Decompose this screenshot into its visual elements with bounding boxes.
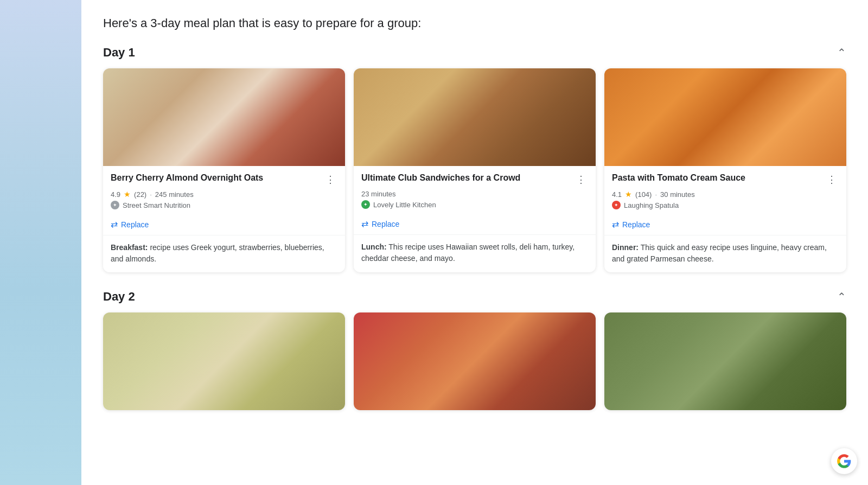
- day1-title: Day 1: [103, 46, 135, 60]
- google-g-icon: [831, 448, 857, 474]
- recipe-card-club-sandwich: Ultimate Club Sandwiches for a Crowd ⋮ 2…: [354, 68, 596, 272]
- time-club-sandwich: 23 minutes: [361, 190, 396, 198]
- recipe-name-club-sandwich: Ultimate Club Sandwiches for a Crowd: [361, 173, 574, 184]
- recipe-image-day2-2: [354, 312, 596, 410]
- source-row-club-sandwich: ✦ Lovely Little Kitchen: [361, 200, 588, 209]
- recipe-info-berry-oats: Berry Cherry Almond Overnight Oats ⋮ 4.9…: [103, 166, 345, 214]
- meal-description-berry-oats: Breakfast: recipe uses Greek yogurt, str…: [103, 235, 345, 272]
- rating-star-berry-oats: ★: [124, 190, 131, 199]
- recipe-image-day2-1: [103, 312, 345, 410]
- recipe-name-row-berry-oats: Berry Cherry Almond Overnight Oats ⋮: [111, 173, 337, 187]
- replace-btn-club-sandwich[interactable]: ⇄ Replace: [361, 219, 588, 229]
- source-name-berry-oats: Street Smart Nutrition: [123, 201, 190, 209]
- source-icon-pasta: ✦: [612, 201, 621, 209]
- description-text-club-sandwich: This recipe uses Hawaiian sweet rolls, d…: [361, 242, 575, 263]
- replace-icon-pasta: ⇄: [612, 219, 619, 229]
- replace-btn-pasta[interactable]: ⇄ Replace: [612, 219, 839, 229]
- source-icon-berry-oats: ✦: [111, 201, 119, 209]
- time-pasta: 30 minutes: [660, 190, 695, 199]
- source-row-pasta: ✦ Laughing Spatula: [612, 201, 839, 209]
- recipe-image-day2-3: [604, 312, 846, 410]
- google-logo: [831, 448, 857, 474]
- recipe-meta-pasta: 4.1 ★ (104) · 30 minutes: [612, 190, 839, 199]
- rating-value-berry-oats: 4.9: [111, 190, 120, 199]
- intro-text: Here's a 3-day meal plan that is easy to…: [103, 16, 846, 30]
- review-count-berry-oats: (22): [134, 190, 146, 199]
- source-name-pasta: Laughing Spatula: [624, 201, 679, 209]
- replace-label-pasta: Replace: [622, 220, 650, 229]
- day1-collapse-icon[interactable]: ⌃: [837, 46, 846, 59]
- time-berry-oats: 245 minutes: [155, 190, 194, 199]
- recipe-card-berry-oats: Berry Cherry Almond Overnight Oats ⋮ 4.9…: [103, 68, 345, 272]
- sidebar: [0, 0, 81, 485]
- rating-value-pasta: 4.1: [612, 190, 622, 199]
- meal-type-pasta: Dinner:: [612, 243, 639, 252]
- recipe-card-day2-1: [103, 312, 345, 410]
- recipe-name-berry-oats: Berry Cherry Almond Overnight Oats: [111, 173, 323, 184]
- recipe-info-club-sandwich: Ultimate Club Sandwiches for a Crowd ⋮ 2…: [354, 166, 596, 213]
- replace-label-club-sandwich: Replace: [372, 220, 399, 228]
- more-menu-club-sandwich[interactable]: ⋮: [574, 173, 588, 187]
- meal-type-club-sandwich: Lunch:: [361, 242, 387, 251]
- meal-type-berry-oats: Breakfast:: [111, 243, 148, 252]
- source-row-berry-oats: ✦ Street Smart Nutrition: [111, 201, 337, 209]
- review-count-pasta: (104): [635, 190, 652, 199]
- recipe-image-club-sandwich: [354, 68, 596, 166]
- replace-label-berry-oats: Replace: [121, 220, 149, 229]
- recipe-name-pasta: Pasta with Tomato Cream Sauce: [612, 173, 825, 184]
- description-text-pasta: This quick and easy recipe uses linguine…: [612, 243, 827, 263]
- recipe-meta-berry-oats: 4.9 ★ (22) · 245 minutes: [111, 190, 337, 199]
- day2-header: Day 2 ⌃: [103, 290, 846, 304]
- meal-description-club-sandwich: Lunch: This recipe uses Hawaiian sweet r…: [354, 234, 596, 272]
- day2-collapse-icon[interactable]: ⌃: [837, 290, 846, 303]
- day2-title: Day 2: [103, 290, 135, 304]
- more-menu-pasta[interactable]: ⋮: [825, 173, 839, 187]
- replace-icon-club-sandwich: ⇄: [361, 219, 368, 229]
- recipe-name-row-club-sandwich: Ultimate Club Sandwiches for a Crowd ⋮: [361, 173, 588, 187]
- recipe-card-day2-3: [604, 312, 846, 410]
- source-name-club-sandwich: Lovely Little Kitchen: [373, 201, 436, 209]
- rating-star-pasta: ★: [625, 190, 632, 199]
- separator-berry-oats: ·: [150, 190, 152, 199]
- recipe-info-pasta: Pasta with Tomato Cream Sauce ⋮ 4.1 ★ (1…: [604, 166, 846, 214]
- day1-recipes-grid: Berry Cherry Almond Overnight Oats ⋮ 4.9…: [103, 68, 846, 272]
- recipe-meta-club-sandwich: 23 minutes: [361, 190, 588, 198]
- day1-header: Day 1 ⌃: [103, 46, 846, 60]
- recipe-card-pasta: Pasta with Tomato Cream Sauce ⋮ 4.1 ★ (1…: [604, 68, 846, 272]
- source-icon-club-sandwich: ✦: [361, 200, 370, 209]
- more-menu-berry-oats[interactable]: ⋮: [323, 173, 337, 187]
- day2-recipes-grid: [103, 312, 846, 410]
- recipe-image-pasta: [604, 68, 846, 166]
- replace-icon-berry-oats: ⇄: [111, 219, 118, 229]
- recipe-card-day2-2: [354, 312, 596, 410]
- replace-btn-berry-oats[interactable]: ⇄ Replace: [111, 219, 337, 229]
- recipe-name-row-pasta: Pasta with Tomato Cream Sauce ⋮: [612, 173, 839, 187]
- separator-pasta: ·: [655, 190, 657, 199]
- day2-section: Day 2 ⌃: [103, 290, 846, 410]
- main-content: Here's a 3-day meal plan that is easy to…: [81, 0, 868, 485]
- day1-section: Day 1 ⌃ Berry Cherry Almond Overnight Oa…: [103, 46, 846, 272]
- recipe-image-berry-oats: [103, 68, 345, 166]
- meal-description-pasta: Dinner: This quick and easy recipe uses …: [604, 235, 846, 272]
